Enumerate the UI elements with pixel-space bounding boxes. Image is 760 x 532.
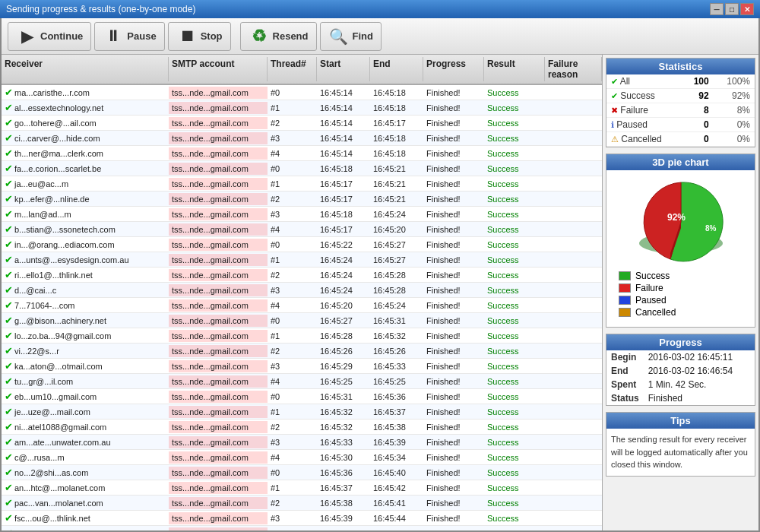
failure-cell [545,350,602,353]
start-cell: 16:45:31 [317,391,370,403]
thread-cell: #3 [268,132,317,144]
legend-label: Success [635,271,670,281]
result-cell: Success [484,436,545,448]
check-icon: ✔ [5,102,13,113]
check-icon: ✔ [5,117,13,128]
progress-spent-row: Spent 1 Min. 42 Sec. [606,378,755,391]
receiver-cell: ✔ a...unts@...esysdesign.com.au [2,252,169,267]
smtp-cell: tss...nde...gmail.com [169,451,268,464]
smtp-cell: tss...nde...gmail.com [169,284,268,296]
thread-cell: #2 [268,421,317,433]
table-row: ✔ ka...aton@...otmail.com tss...nde...gm… [2,359,602,374]
end-cell: 16:45:18 [370,147,423,160]
thread-cell: #2 [268,193,317,205]
paused-icon: ℹ [611,120,614,129]
progress-cell: Finished! [423,193,484,205]
stat-label: ℹ Paused [606,118,682,132]
table-row: ✔ ma...home...yleadingprofessional... ts… [2,526,602,530]
progress-cell: Finished! [423,512,484,524]
table-row: ✔ go...tohere@...ail.com tss...nde...gma… [2,116,602,131]
end-cell: 16:45:18 [370,87,423,99]
smtp-cell: tss...nde...gmail.com [169,254,268,266]
receiver-cell: ✔ ni...atel1088@gmail.com [2,420,169,434]
result-cell: Success [484,102,545,114]
table-row: ✔ ni...atel1088@gmail.com tss...nde...gm… [2,420,602,435]
progress-cell: Finished! [423,421,484,433]
stop-button[interactable]: ⏹ Stop [168,22,231,51]
smtp-cell: tss...nde...gmail.com [169,132,268,144]
progress-spent: 1 Min. 42 Sec. [644,378,755,391]
check-icon: ✔ [5,239,13,250]
progress-cell: Finished! [423,269,484,281]
minimize-button[interactable]: ─ [710,3,724,15]
pause-button[interactable]: ⏸ Pause [94,22,164,51]
table-row: ✔ m...lan@ad...m tss...nde...gmail.com #… [2,207,602,222]
stat-count: 8 [682,103,714,118]
close-button[interactable]: ✕ [740,3,754,15]
progress-cell: Finished! [423,391,484,403]
failure-cell [545,106,602,109]
start-cell: 16:45:38 [317,497,370,509]
legend-color [619,271,631,280]
start-cell: 16:45:14 [317,132,370,144]
check-icon: ✔ [5,147,13,159]
thread-cell: #1 [268,178,317,190]
resend-icon: ♻ [249,26,270,47]
legend-item: Cancelled [619,307,743,318]
content-area: Receiver SMTP account Thread# Start End … [2,55,758,530]
receiver-cell: ✔ ma...caristhe...r.com [2,85,169,100]
receiver-cell: ✔ c@...rusa...m [2,450,169,464]
table-row: ✔ eb...um10...gmail.com tss...nde...gmai… [2,389,602,404]
end-cell: 16:45:21 [370,163,423,175]
receiver-text: al...essextechnology.net [14,103,103,112]
end-cell: 16:45:44 [370,512,423,524]
result-cell: Success [484,269,545,281]
col-failure: Failure reason [545,57,602,81]
receiver-cell: ✔ ka...aton@...otmail.com [2,359,169,373]
table-row: ✔ d...@cai...c tss...nde...gmail.com #3 … [2,283,602,298]
find-button[interactable]: 🔍 Find [320,22,382,51]
failure-cell [545,152,602,155]
progress-table: Begin 2016-03-02 16:45:11 End 2016-03-02… [606,350,755,405]
failure-cell [545,426,602,429]
receiver-text: ci...carver@...hide.com [14,134,100,143]
end-cell: 16:45:37 [370,406,423,418]
find-label: Find [353,30,373,42]
table-row: ✔ ci...carver@...hide.com tss...nde...gm… [2,131,602,146]
table-row: ✔ pac...van...molanet.com tss...nde...gm… [2,496,602,511]
table-body[interactable]: ✔ ma...caristhe...r.com tss...nde...gmai… [2,85,602,530]
title-bar: Sending progress & results (one-by-one m… [0,0,760,18]
receiver-text: vi...22@s...r [14,347,59,356]
progress-begin: 2016-03-02 16:45:11 [644,350,755,364]
resend-button[interactable]: ♻ Resend [240,22,317,51]
start-cell: 16:45:39 [317,512,370,524]
success-icon: ✔ [611,77,618,86]
receiver-text: ma...caristhe...r.com [14,88,90,97]
result-cell: Success [484,163,545,175]
failure-cell [545,471,602,474]
result-cell: Success [484,391,545,403]
thread-cell: #3 [268,512,317,524]
start-cell: 16:45:32 [317,406,370,418]
pause-icon: ⏸ [103,26,124,47]
maximize-button[interactable]: □ [725,3,739,15]
receiver-text: g...@bison...achinery.net [14,316,106,325]
progress-cell: Finished! [423,345,484,357]
start-cell: 16:45:30 [317,451,370,464]
table-row: ✔ c@...rusa...m tss...nde...gmail.com #4… [2,450,602,465]
progress-end-row: End 2016-03-02 16:46:54 [606,364,755,378]
continue-button[interactable]: ▶ Continue [8,22,91,51]
end-cell: 16:45:31 [370,315,423,327]
failure-cell [545,167,602,170]
legend-color [619,283,631,293]
check-icon: ✔ [5,497,13,508]
receiver-text: b...stian@...ssonetech.com [14,225,116,234]
end-cell: 16:45:42 [370,482,423,494]
thread-cell: #0 [268,391,317,403]
table-row: ✔ fa...e.corion...scarlet.be tss...nde..… [2,161,602,176]
table-row: ✔ g...@bison...achinery.net tss...nde...… [2,313,602,328]
stats-row: ✖ Failure 8 8% [606,103,755,118]
stat-pct: 92% [714,89,755,103]
end-cell: 16:45:41 [370,497,423,509]
receiver-text: fa...e.corion...scarlet.be [14,164,101,173]
